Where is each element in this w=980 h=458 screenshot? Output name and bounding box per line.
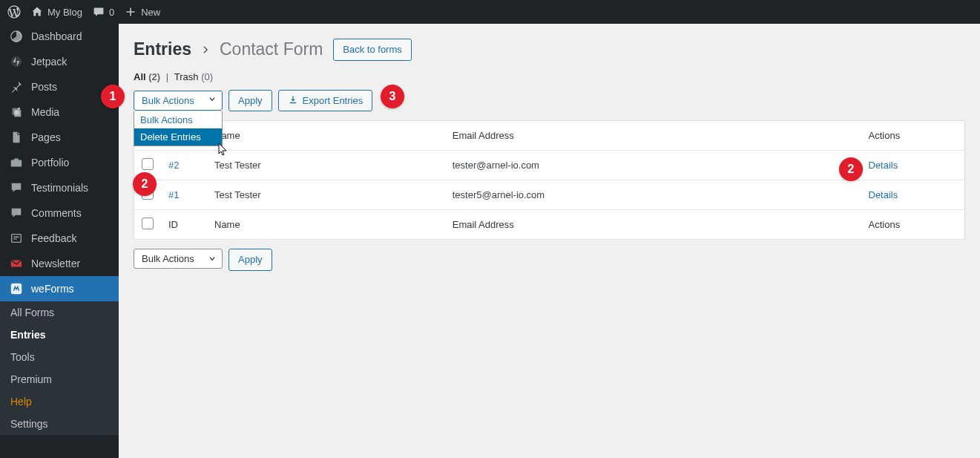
filter-all[interactable]: All (2) — [134, 71, 163, 82]
newsletter-icon — [9, 257, 24, 270]
entry-name: Test Tester — [207, 180, 445, 210]
testimonial-icon — [9, 181, 24, 194]
download-icon — [288, 95, 298, 105]
media-icon — [9, 105, 24, 119]
sidebar-item-label: Portfolio — [31, 157, 69, 169]
bulk-action-select-bottom-wrap: Bulk Actions — [134, 249, 223, 271]
filter-all-count: (2) — [148, 71, 160, 82]
comment-icon — [93, 6, 105, 18]
page-title: Entries Contact Form — [134, 39, 323, 59]
admin-sidebar: Dashboard Jetpack Posts Media Pages Port… — [0, 24, 119, 458]
sidebar-item-jetpack[interactable]: Jetpack — [0, 49, 119, 74]
sidebar-item-label: Comments — [31, 207, 82, 219]
back-label: Back to forms — [343, 42, 401, 57]
sidebar-item-label: Jetpack — [31, 56, 67, 68]
chevron-right-icon — [200, 39, 211, 59]
sidebar-item-label: Media — [31, 106, 59, 118]
bulk-action-dropdown: Bulk Actions Delete Entries — [134, 111, 223, 146]
filter-all-label: All — [134, 71, 146, 82]
page-header: Entries Contact Form Back to forms — [134, 39, 965, 61]
col-email[interactable]: Email Address — [445, 121, 861, 151]
site-name: My Blog — [47, 7, 82, 18]
bulk-action-select[interactable]: Bulk Actions — [134, 91, 223, 111]
weforms-submenu: All Forms Entries Tools Premium Help Set… — [0, 301, 119, 435]
submenu-help[interactable]: Help — [0, 390, 119, 413]
dashboard-icon — [9, 30, 24, 43]
sidebar-item-pages[interactable]: Pages — [0, 125, 119, 150]
breadcrumb-form-name: Contact Form — [220, 39, 323, 59]
sidebar-item-testimonials[interactable]: Testimonials — [0, 175, 119, 200]
bottom-actions: Bulk Actions Apply — [134, 249, 965, 271]
col-name[interactable]: Name — [207, 121, 445, 151]
annotation-marker-2a: 2 — [133, 172, 157, 196]
jetpack-icon — [9, 55, 24, 68]
filter-trash[interactable]: Trash (0) — [174, 71, 213, 82]
filter-links: All (2) | Trash (0) — [134, 71, 965, 82]
submenu-tools[interactable]: Tools — [0, 346, 119, 368]
entry-id-link[interactable]: #1 — [168, 189, 179, 200]
filter-trash-label: Trash — [174, 71, 199, 82]
sidebar-item-label: Feedback — [31, 232, 76, 244]
col-id-footer: ID — [161, 210, 207, 240]
bulk-option-bulk[interactable]: Bulk Actions — [134, 111, 222, 128]
entry-email: tester@arnel-io.com — [445, 151, 861, 180]
sidebar-item-weforms[interactable]: weForms — [0, 276, 119, 301]
col-name-footer: Name — [207, 210, 445, 240]
sidebar-item-label: Posts — [31, 81, 57, 93]
wordpress-icon — [7, 5, 21, 19]
table-row: #1 Test Tester tester5@arnel-io.com Deta… — [134, 180, 965, 210]
comments-link[interactable]: 0 — [93, 6, 114, 18]
sidebar-item-media[interactable]: Media — [0, 99, 119, 125]
submenu-premium[interactable]: Premium — [0, 368, 119, 390]
col-email-footer: Email Address — [445, 210, 861, 240]
sidebar-item-label: Newsletter — [31, 258, 80, 269]
details-link[interactable]: Details — [869, 189, 898, 200]
submenu-entries[interactable]: Entries — [0, 324, 119, 346]
new-link[interactable]: New — [125, 6, 160, 18]
sidebar-item-comments[interactable]: Comments — [0, 200, 119, 226]
bulk-action-select-wrap: Bulk Actions Bulk Actions Delete Entries — [134, 91, 223, 111]
weforms-icon — [9, 282, 24, 295]
svg-point-1 — [11, 56, 22, 67]
sidebar-item-portfolio[interactable]: Portfolio — [0, 150, 119, 175]
sidebar-item-label: Pages — [31, 131, 61, 143]
annotation-marker-2b: 2 — [839, 157, 863, 181]
col-actions: Actions — [861, 121, 965, 151]
col-actions-footer: Actions — [861, 210, 965, 240]
bulk-action-value: Bulk Actions — [142, 95, 194, 106]
portfolio-icon — [9, 156, 24, 169]
export-entries-button[interactable]: Export Entries — [278, 90, 373, 112]
annotation-marker-1: 1 — [101, 85, 125, 108]
bulk-option-delete[interactable]: Delete Entries — [134, 128, 222, 145]
comments-icon — [9, 206, 24, 220]
submenu-all-forms[interactable]: All Forms — [0, 301, 119, 324]
main-content: Entries Contact Form Back to forms All (… — [119, 24, 980, 458]
entries-table: ID Name Email Address Actions #2 Test Te… — [134, 120, 965, 240]
entry-name: Test Tester — [207, 151, 445, 180]
sidebar-item-label: Dashboard — [31, 30, 82, 42]
plus-icon — [125, 6, 137, 18]
sidebar-item-dashboard[interactable]: Dashboard — [0, 24, 119, 49]
annotation-marker-3: 3 — [381, 85, 404, 108]
apply-button-bottom[interactable]: Apply — [228, 249, 272, 271]
row-checkbox[interactable] — [142, 158, 154, 170]
sidebar-item-label: Testimonials — [31, 182, 88, 194]
wp-logo[interactable] — [7, 5, 21, 19]
sidebar-item-label: weForms — [31, 283, 74, 295]
admin-topbar: My Blog 0 New — [0, 0, 980, 24]
bulk-action-select-bottom[interactable]: Bulk Actions — [134, 249, 223, 269]
comments-count: 0 — [109, 7, 114, 18]
page-icon — [9, 131, 24, 144]
home-icon — [31, 6, 43, 18]
submenu-settings[interactable]: Settings — [0, 413, 119, 435]
select-all-checkbox-footer[interactable] — [142, 217, 154, 229]
apply-button[interactable]: Apply — [228, 90, 272, 112]
breadcrumb-entries: Entries — [134, 39, 191, 59]
details-link[interactable]: Details — [869, 160, 898, 171]
sidebar-item-feedback[interactable]: Feedback — [0, 226, 119, 251]
site-link[interactable]: My Blog — [31, 6, 82, 18]
entry-id-link[interactable]: #2 — [168, 160, 179, 171]
back-to-forms-button[interactable]: Back to forms — [333, 39, 411, 61]
svg-point-2 — [18, 108, 21, 111]
sidebar-item-newsletter[interactable]: Newsletter — [0, 251, 119, 276]
